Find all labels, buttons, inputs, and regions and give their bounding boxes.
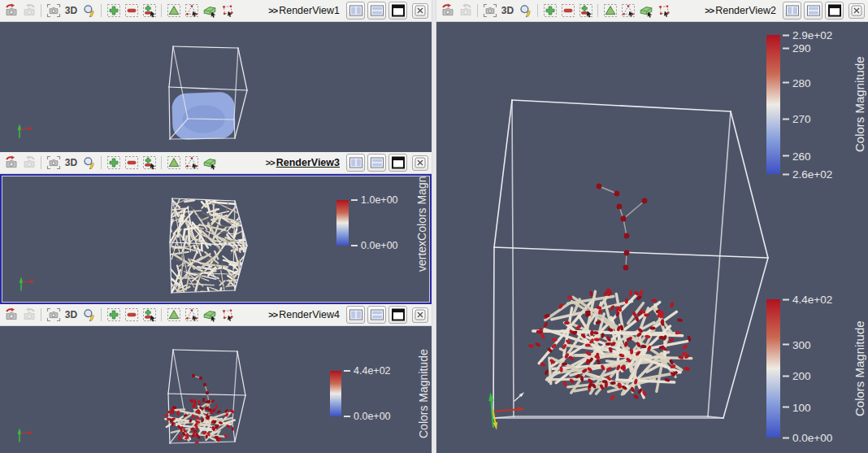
capture-screenshot-icon[interactable] xyxy=(481,2,498,20)
overflow-chevrons-icon[interactable]: >> xyxy=(705,6,714,15)
split-vertical-button[interactable] xyxy=(367,306,386,324)
split-horizontal-button[interactable] xyxy=(346,2,365,20)
render-viewport[interactable]: 4.4e+020.0e+00Colors Magnitude xyxy=(0,326,432,453)
render-viewport[interactable] xyxy=(0,22,432,152)
select-cells-through-icon[interactable] xyxy=(637,2,654,20)
add-selection-icon[interactable] xyxy=(105,307,122,324)
split-horizontal-button[interactable] xyxy=(346,306,365,324)
close-view-button[interactable] xyxy=(412,3,428,19)
maximize-view-button[interactable] xyxy=(825,2,844,20)
select-points-on-surface-icon[interactable] xyxy=(183,307,200,324)
colorbar-tick: 0.0e+00 xyxy=(344,411,391,422)
camera-undo-icon[interactable] xyxy=(2,2,20,20)
select-points-through-icon[interactable] xyxy=(219,307,236,324)
close-view-button[interactable] xyxy=(412,307,428,323)
render-viewport[interactable]: 2.9e+022902802702602.6e+02Colors Magnitu… xyxy=(436,22,868,453)
tick-mark xyxy=(783,375,789,377)
camera-redo-icon[interactable] xyxy=(20,307,37,324)
toggle-selection-icon[interactable] xyxy=(141,155,158,172)
select-points-on-surface-icon[interactable] xyxy=(183,2,200,20)
tick-label: 0.0e+00 xyxy=(792,432,832,444)
split-horizontal-button[interactable] xyxy=(346,154,365,172)
toolbar-separator xyxy=(101,156,102,169)
camera-redo-icon[interactable] xyxy=(457,2,474,20)
camera-undo-icon[interactable] xyxy=(2,155,20,172)
colorbar-tick: 260 xyxy=(783,150,811,162)
overflow-chevrons-icon[interactable]: >> xyxy=(266,158,275,168)
split-horizontal-button[interactable] xyxy=(783,2,801,20)
select-cells-through-icon[interactable] xyxy=(201,155,218,172)
view-title: RenderView4 xyxy=(279,309,340,320)
tick-mark xyxy=(351,199,358,201)
render-viewport[interactable]: 1.0e+000.0e+00vertexColors Magni xyxy=(0,174,432,304)
select-points-through-icon[interactable] xyxy=(655,2,672,20)
add-selection-icon[interactable] xyxy=(541,2,558,20)
select-points-through-icon[interactable] xyxy=(219,2,236,20)
split-vertical-button[interactable] xyxy=(804,2,822,20)
colorbar-title: Colors Magnitude xyxy=(853,299,866,438)
close-view-button[interactable] xyxy=(412,155,428,171)
toggle-selection-icon[interactable] xyxy=(577,2,594,20)
colorbar-tick: 300 xyxy=(783,338,811,351)
tick-label: 100 xyxy=(792,401,811,413)
toggle-selection-icon[interactable] xyxy=(141,307,158,324)
toggle-3d-mode-button[interactable]: 3D xyxy=(499,2,516,20)
overflow-chevrons-icon[interactable]: >> xyxy=(268,310,277,320)
subtract-selection-icon[interactable] xyxy=(123,307,140,324)
toggle-3d-mode-button[interactable]: 3D xyxy=(63,155,80,172)
subtract-selection-icon[interactable] xyxy=(123,2,140,20)
zoom-box-icon[interactable] xyxy=(80,307,98,324)
zoom-box-icon[interactable] xyxy=(80,2,98,20)
zoom-box-icon[interactable] xyxy=(80,155,98,172)
capture-screenshot-icon[interactable] xyxy=(45,155,62,172)
tick-mark xyxy=(783,47,789,49)
select-cells-through-icon[interactable] xyxy=(201,307,218,324)
select-cells-on-surface-icon[interactable] xyxy=(165,155,182,172)
select-cells-through-icon[interactable] xyxy=(201,2,218,20)
capture-screenshot-icon[interactable] xyxy=(45,307,62,324)
toggle-3d-mode-button[interactable]: 3D xyxy=(63,2,80,20)
tick-label: 2.6e+02 xyxy=(792,168,832,181)
tick-mark xyxy=(351,245,358,246)
close-view-button[interactable] xyxy=(848,3,865,19)
split-vertical-button[interactable] xyxy=(367,154,386,172)
render-scene-canvas[interactable] xyxy=(0,22,432,152)
maximize-view-button[interactable] xyxy=(388,2,407,20)
add-selection-icon[interactable] xyxy=(105,155,122,172)
tick-label: 290 xyxy=(792,42,811,54)
left-column: 3D xyxy=(0,0,432,453)
select-points-on-surface-icon[interactable] xyxy=(183,155,200,172)
overflow-chevrons-icon[interactable]: >> xyxy=(268,6,277,15)
scalar-colorbar[interactable]: 1.0e+000.0e+00vertexColors Magni xyxy=(336,200,430,246)
scalar-colorbar[interactable]: 4.4e+023002001000.0e+00Colors Magnitude xyxy=(766,299,868,438)
capture-screenshot-icon[interactable] xyxy=(45,2,62,20)
scalar-colorbar[interactable]: 4.4e+020.0e+00Colors Magnitude xyxy=(330,371,432,416)
add-selection-icon[interactable] xyxy=(105,2,122,20)
view-layout-buttons xyxy=(346,306,428,324)
camera-undo-icon[interactable] xyxy=(2,307,20,324)
zoom-box-icon[interactable] xyxy=(517,2,534,20)
tick-label: 0.0e+00 xyxy=(354,411,391,422)
maximize-view-button[interactable] xyxy=(388,154,407,172)
select-cells-on-surface-icon[interactable] xyxy=(165,2,182,20)
camera-redo-icon[interactable] xyxy=(20,155,37,172)
tick-mark xyxy=(783,34,789,36)
camera-undo-icon[interactable] xyxy=(439,2,456,20)
select-cells-on-surface-icon[interactable] xyxy=(601,2,618,20)
render-view-1: 3D xyxy=(0,0,432,152)
toggle-selection-icon[interactable] xyxy=(141,2,158,20)
tick-label: 270 xyxy=(792,113,811,125)
view-title: RenderView1 xyxy=(279,5,340,16)
split-vertical-button[interactable] xyxy=(367,2,386,20)
tick-mark xyxy=(783,298,789,300)
camera-redo-icon[interactable] xyxy=(20,2,37,20)
subtract-selection-icon[interactable] xyxy=(559,2,576,20)
scalar-colorbar[interactable]: 2.9e+022902802702602.6e+02Colors Magnitu… xyxy=(766,35,868,174)
toggle-3d-mode-button[interactable]: 3D xyxy=(63,307,80,324)
maximize-view-button[interactable] xyxy=(388,306,407,324)
view-title-group: >> RenderView1 xyxy=(268,5,340,16)
select-points-on-surface-icon[interactable] xyxy=(619,2,636,20)
colorbar-tick: 2.6e+02 xyxy=(783,168,832,181)
subtract-selection-icon[interactable] xyxy=(123,155,140,172)
select-cells-on-surface-icon[interactable] xyxy=(165,307,182,324)
